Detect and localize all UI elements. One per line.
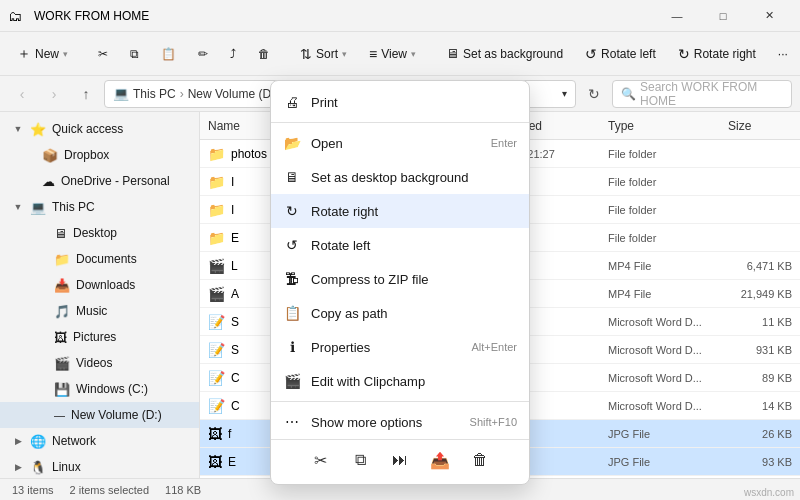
back-button[interactable]: ‹ bbox=[8, 80, 36, 108]
view-button[interactable]: ≡ View ▾ bbox=[360, 41, 425, 67]
header-size[interactable]: Size bbox=[720, 119, 800, 133]
rotate-right-button[interactable]: ↻ Rotate right bbox=[669, 41, 765, 67]
file-type-icon: 📝 bbox=[208, 398, 225, 414]
windows-c-icon: 💾 bbox=[54, 382, 70, 397]
file-name-label: E bbox=[231, 231, 239, 245]
refresh-button[interactable]: ↻ bbox=[580, 80, 608, 108]
expand-icon: ▶ bbox=[12, 462, 24, 472]
more-options-button[interactable]: ··· bbox=[769, 42, 797, 66]
file-type-icon: 📁 bbox=[208, 174, 225, 190]
maximize-button[interactable]: □ bbox=[700, 0, 746, 32]
ctx-item-compress-zip[interactable]: 🗜 Compress to ZIP file bbox=[271, 262, 529, 296]
ctx-label-show-more: Show more options bbox=[311, 415, 460, 430]
file-name-label: I bbox=[231, 203, 234, 217]
ctx-item-rotate-left[interactable]: ↺ Rotate left bbox=[271, 228, 529, 262]
file-name-label: I bbox=[231, 175, 234, 189]
file-type-cell: File folder bbox=[600, 204, 720, 216]
linux-icon: 🐧 bbox=[30, 460, 46, 475]
up-button[interactable]: ↑ bbox=[72, 80, 100, 108]
ctx-bottom-icon-2[interactable]: ⏭ bbox=[386, 446, 414, 474]
title-bar: 🗂 WORK FROM HOME — □ ✕ bbox=[0, 0, 800, 32]
sidebar: ▼ ⭐ Quick access 📦 Dropbox ☁ OneDrive - … bbox=[0, 112, 200, 478]
sidebar-item-windows-c[interactable]: 💾 Windows (C:) bbox=[0, 376, 199, 402]
sidebar-item-downloads[interactable]: 📥 Downloads bbox=[0, 272, 199, 298]
file-type-icon: 📁 bbox=[208, 146, 225, 162]
ctx-bottom-icon-1[interactable]: ⧉ bbox=[346, 446, 374, 474]
file-type-icon: 📁 bbox=[208, 202, 225, 218]
sidebar-item-new-volume-d[interactable]: — New Volume (D:) bbox=[0, 402, 199, 428]
sidebar-item-desktop[interactable]: 🖥 Desktop bbox=[0, 220, 199, 246]
videos-icon: 🎬 bbox=[54, 356, 70, 371]
file-name-label: S bbox=[231, 315, 239, 329]
header-type[interactable]: Type bbox=[600, 119, 720, 133]
share-button[interactable]: ⤴ bbox=[221, 42, 245, 66]
sidebar-label: New Volume (D:) bbox=[71, 408, 191, 422]
sidebar-item-dropbox[interactable]: 📦 Dropbox bbox=[0, 142, 199, 168]
sidebar-item-quick-access[interactable]: ▼ ⭐ Quick access bbox=[0, 116, 199, 142]
ctx-bottom-icon-0[interactable]: ✂ bbox=[306, 446, 334, 474]
sidebar-item-linux[interactable]: ▶ 🐧 Linux bbox=[0, 454, 199, 478]
ctx-label-edit-clipchamp: Edit with Clipchamp bbox=[311, 374, 517, 389]
sidebar-item-documents[interactable]: 📁 Documents bbox=[0, 246, 199, 272]
sidebar-label: Desktop bbox=[73, 226, 191, 240]
file-size-cell: 89 KB bbox=[720, 372, 800, 384]
file-name-label: C bbox=[231, 399, 240, 413]
ctx-item-print[interactable]: 🖨 Print bbox=[271, 85, 529, 119]
search-box[interactable]: 🔍 Search WORK FROM HOME bbox=[612, 80, 792, 108]
set-background-button[interactable]: 🖥 Set as background bbox=[437, 41, 572, 66]
sidebar-item-network[interactable]: ▶ 🌐 Network bbox=[0, 428, 199, 454]
ctx-item-set-desktop-bg[interactable]: 🖥 Set as desktop background bbox=[271, 160, 529, 194]
ctx-separator bbox=[271, 401, 529, 402]
file-name-label: S bbox=[231, 343, 239, 357]
rotate-left-button[interactable]: ↺ Rotate left bbox=[576, 41, 665, 67]
ctx-item-rotate-right[interactable]: ↻ Rotate right bbox=[271, 194, 529, 228]
set-bg-icon: 🖥 bbox=[446, 46, 459, 61]
sidebar-item-videos[interactable]: 🎬 Videos bbox=[0, 350, 199, 376]
minimize-button[interactable]: — bbox=[654, 0, 700, 32]
sidebar-item-onedrive[interactable]: ☁ OneDrive - Personal bbox=[0, 168, 199, 194]
file-type-cell: JPG File bbox=[600, 456, 720, 468]
ctx-bottom-icon-3[interactable]: 📤 bbox=[426, 446, 454, 474]
file-type-icon: 📁 bbox=[208, 230, 225, 246]
ctx-item-open[interactable]: 📂 Open Enter bbox=[271, 126, 529, 160]
path-label-2: New Volume (D:) bbox=[188, 87, 279, 101]
sidebar-item-music[interactable]: 🎵 Music bbox=[0, 298, 199, 324]
file-name-label: f bbox=[228, 427, 231, 441]
path-label-1: This PC bbox=[133, 87, 176, 101]
window-title: WORK FROM HOME bbox=[26, 9, 654, 23]
cut-button[interactable]: ✂ bbox=[89, 42, 117, 66]
sidebar-item-this-pc[interactable]: ▼ 💻 This PC bbox=[0, 194, 199, 220]
ctx-shortcut-open: Enter bbox=[491, 137, 517, 149]
forward-button[interactable]: › bbox=[40, 80, 68, 108]
ctx-item-show-more[interactable]: ⋯ Show more options Shift+F10 bbox=[271, 405, 529, 439]
delete-button[interactable]: 🗑 bbox=[249, 42, 279, 66]
ctx-item-copy-path[interactable]: 📋 Copy as path bbox=[271, 296, 529, 330]
paste-button[interactable]: 📋 bbox=[152, 42, 185, 66]
pictures-icon: 🖼 bbox=[54, 330, 67, 345]
ctx-label-print: Print bbox=[311, 95, 517, 110]
sidebar-item-pictures[interactable]: 🖼 Pictures bbox=[0, 324, 199, 350]
file-type-cell: Microsoft Word D... bbox=[600, 316, 720, 328]
ctx-shortcut-properties: Alt+Enter bbox=[471, 341, 517, 353]
sort-button[interactable]: ⇅ Sort ▾ bbox=[291, 41, 356, 67]
ctx-bottom-icon-4[interactable]: 🗑 bbox=[466, 446, 494, 474]
file-name-label: A bbox=[231, 287, 239, 301]
close-button[interactable]: ✕ bbox=[746, 0, 792, 32]
ctx-icon-compress-zip: 🗜 bbox=[283, 270, 301, 288]
selected-size: 118 KB bbox=[165, 484, 201, 496]
ctx-label-open: Open bbox=[311, 136, 481, 151]
ctx-label-set-desktop-bg: Set as desktop background bbox=[311, 170, 517, 185]
sort-icon: ⇅ bbox=[300, 46, 312, 62]
network-icon: 🌐 bbox=[30, 434, 46, 449]
ctx-icon-open: 📂 bbox=[283, 134, 301, 152]
this-pc-icon: 💻 bbox=[30, 200, 46, 215]
new-button[interactable]: ＋ New ▾ bbox=[8, 40, 77, 68]
item-count: 13 items bbox=[12, 484, 54, 496]
ctx-item-edit-clipchamp[interactable]: 🎬 Edit with Clipchamp bbox=[271, 364, 529, 398]
sidebar-label: Network bbox=[52, 434, 191, 448]
ctx-item-properties[interactable]: ℹ Properties Alt+Enter bbox=[271, 330, 529, 364]
path-this-pc: 💻 bbox=[113, 86, 129, 101]
file-size-cell: 6,471 KB bbox=[720, 260, 800, 272]
copy-button[interactable]: ⧉ bbox=[121, 42, 148, 66]
rename-button[interactable]: ✏ bbox=[189, 42, 217, 66]
